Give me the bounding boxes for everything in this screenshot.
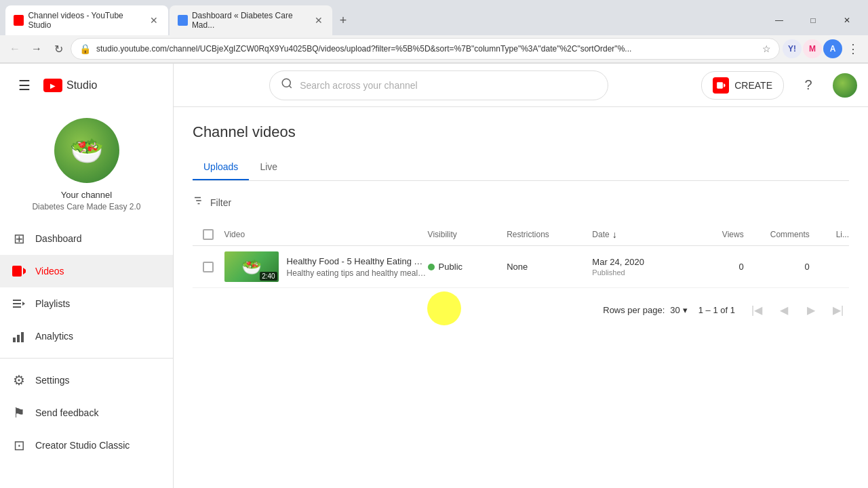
user-avatar-topbar[interactable] bbox=[833, 73, 857, 98]
table-header: Video Visibility Restrictions Date ↓ Vie… bbox=[193, 224, 849, 246]
browser-more-button[interactable]: ⋮ bbox=[844, 39, 863, 58]
tab-uploads[interactable]: Uploads bbox=[193, 155, 249, 180]
last-page-button[interactable]: ▶| bbox=[827, 299, 849, 321]
browser-chrome: Channel videos - YouTube Studio ✕ Dashbo… bbox=[0, 0, 868, 64]
sidebar-nav: ⊞ Dashboard Videos Playlists Analytics bbox=[0, 222, 173, 488]
sidebar-item-creator-studio[interactable]: ⊡ Creator Studio Classic bbox=[0, 429, 173, 462]
video-thumbnail[interactable]: 🥗 2:40 bbox=[224, 251, 279, 282]
svg-rect-0 bbox=[12, 266, 22, 277]
playlists-label: Playlists bbox=[35, 298, 70, 309]
channel-avatar[interactable]: 🥗 bbox=[54, 118, 119, 183]
header-visibility: Visibility bbox=[428, 230, 507, 239]
feedback-label: Send feedback bbox=[35, 407, 98, 418]
create-label: CREATE bbox=[734, 80, 772, 91]
sidebar-item-videos[interactable]: Videos bbox=[0, 255, 173, 287]
select-all-checkbox[interactable] bbox=[203, 229, 214, 240]
svg-rect-11 bbox=[717, 82, 723, 88]
channel-info: 🥗 Your channel Diabetes Care Made Easy 2… bbox=[0, 107, 173, 222]
sidebar-item-feedback[interactable]: ⚑ Send feedback bbox=[0, 396, 173, 429]
sidebar-item-playlists[interactable]: Playlists bbox=[0, 287, 173, 320]
rows-per-page: Rows per page: 30 ▾ bbox=[603, 305, 688, 315]
row-checkbox-cell[interactable] bbox=[193, 262, 224, 272]
date-main: Mar 24, 2020 bbox=[592, 257, 691, 267]
address-bar[interactable]: 🔒 studio.youtube.com/channel/UCBjeXgIZCW… bbox=[71, 38, 780, 60]
minimize-button[interactable]: — bbox=[764, 9, 795, 31]
dashboard-label: Dashboard bbox=[35, 233, 82, 244]
svg-marker-12 bbox=[724, 83, 725, 87]
search-input[interactable] bbox=[300, 80, 597, 91]
svg-rect-2 bbox=[13, 300, 21, 301]
svg-rect-4 bbox=[13, 306, 21, 308]
video-duration: 2:40 bbox=[260, 272, 277, 281]
rows-per-page-label: Rows per page: bbox=[603, 305, 665, 315]
ext-icon-2[interactable]: M bbox=[803, 39, 822, 58]
search-container[interactable] bbox=[269, 70, 608, 100]
sidebar-item-settings[interactable]: ⚙ Settings bbox=[0, 364, 173, 396]
date-cell: Mar 24, 2020 Published bbox=[592, 257, 691, 277]
filter-label[interactable]: Filter bbox=[210, 197, 231, 208]
ext-icon-1[interactable]: Y! bbox=[783, 39, 802, 58]
visibility-indicator bbox=[428, 264, 435, 270]
videos-label: Videos bbox=[35, 266, 64, 277]
topbar-right: CREATE ? bbox=[701, 71, 857, 100]
profile-circle[interactable]: A bbox=[823, 39, 842, 58]
maximize-button[interactable]: □ bbox=[797, 9, 829, 31]
header-date[interactable]: Date ↓ bbox=[592, 229, 691, 240]
rows-per-page-select[interactable]: 30 ▾ bbox=[670, 305, 687, 315]
refresh-button[interactable]: ↻ bbox=[49, 39, 68, 58]
address-star-icon[interactable]: ☆ bbox=[762, 43, 771, 54]
tab-live[interactable]: Live bbox=[249, 155, 288, 180]
tab-close-1[interactable]: ✕ bbox=[149, 14, 160, 26]
svg-line-10 bbox=[290, 85, 292, 87]
hamburger-button[interactable]: ☰ bbox=[11, 72, 38, 99]
help-button[interactable]: ? bbox=[795, 72, 822, 99]
svg-point-9 bbox=[282, 79, 290, 87]
analytics-icon bbox=[11, 328, 27, 344]
svg-marker-5 bbox=[22, 302, 25, 306]
sidebar-item-dashboard[interactable]: ⊞ Dashboard bbox=[0, 222, 173, 255]
header-comments: Comments bbox=[744, 230, 810, 239]
select-all-checkbox-cell[interactable] bbox=[193, 229, 224, 240]
dashboard-icon: ⊞ bbox=[11, 230, 27, 247]
pagination: Rows per page: 30 ▾ 1 – 1 of 1 |◀ ◀ ▶ ▶| bbox=[193, 288, 849, 331]
visibility-cell: Public bbox=[428, 262, 507, 272]
video-description: Healthy eating tips and healthy meal rec… bbox=[287, 268, 428, 278]
tab-close-2[interactable]: ✕ bbox=[313, 14, 324, 26]
window-controls: — □ ✕ bbox=[764, 9, 863, 31]
sidebar-item-analytics[interactable]: Analytics bbox=[0, 320, 173, 352]
prev-page-button[interactable]: ◀ bbox=[773, 299, 795, 321]
header-views: Views bbox=[691, 230, 744, 239]
new-tab-button[interactable]: + bbox=[334, 11, 353, 30]
create-video-icon bbox=[713, 77, 729, 94]
filter-icon[interactable] bbox=[193, 195, 205, 210]
sidebar-header: ☰ Studio bbox=[0, 64, 173, 107]
tabs: Uploads Live bbox=[193, 155, 849, 181]
studio-label: Studio bbox=[66, 79, 97, 92]
extension-icons: Y! M A ⋮ bbox=[783, 39, 863, 58]
tab-channel-videos[interactable]: Channel videos - YouTube Studio ✕ bbox=[5, 5, 168, 35]
channel-name-label: Diabetes Care Made Easy 2.0 bbox=[32, 202, 140, 211]
rows-per-page-value: 30 bbox=[670, 305, 679, 315]
create-button[interactable]: CREATE bbox=[701, 71, 784, 100]
first-page-button[interactable]: |◀ bbox=[746, 299, 768, 321]
video-cell: 🥗 2:40 Healthy Food - 5 Healthy Eating T… bbox=[224, 251, 428, 282]
title-bar: Channel videos - YouTube Studio ✕ Dashbo… bbox=[0, 0, 868, 35]
search-icon bbox=[281, 77, 293, 93]
next-page-button[interactable]: ▶ bbox=[800, 299, 822, 321]
svg-rect-8 bbox=[21, 332, 24, 342]
row-checkbox[interactable] bbox=[203, 262, 214, 272]
yt-studio-logo[interactable]: Studio bbox=[43, 79, 97, 92]
tab-dashboard[interactable]: Dashboard « Diabetes Care Mad... ✕ bbox=[170, 5, 332, 35]
header-restrictions: Restrictions bbox=[507, 230, 592, 239]
creator-studio-icon: ⊡ bbox=[11, 437, 27, 453]
svg-rect-6 bbox=[13, 338, 16, 342]
table-row: 🥗 2:40 Healthy Food - 5 Healthy Eating T… bbox=[193, 246, 849, 288]
video-title[interactable]: Healthy Food - 5 Healthy Eating Tips N..… bbox=[287, 256, 428, 266]
close-button[interactable]: ✕ bbox=[831, 9, 863, 31]
videos-icon bbox=[11, 263, 27, 279]
forward-button[interactable]: → bbox=[27, 39, 46, 58]
page-title: Channel videos bbox=[193, 123, 849, 141]
feedback-icon: ⚑ bbox=[11, 405, 27, 421]
svg-rect-7 bbox=[17, 335, 20, 342]
back-button[interactable]: ← bbox=[5, 39, 24, 58]
